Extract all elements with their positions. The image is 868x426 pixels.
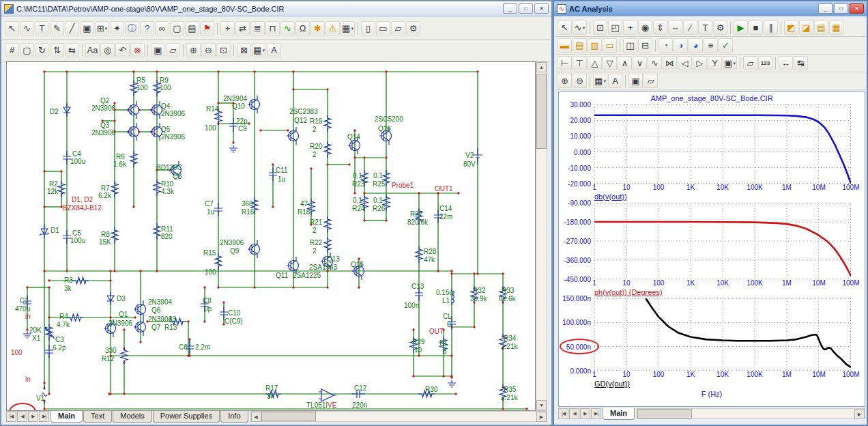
stop-button[interactable]: ⊗ bbox=[130, 43, 145, 57]
zoom-window-button[interactable]: ⊡ bbox=[593, 20, 607, 35]
grid-menu-button[interactable]: ▦▾ bbox=[593, 74, 607, 88]
tab-text[interactable]: Text bbox=[83, 411, 112, 423]
pan-button[interactable]: ◰ bbox=[608, 20, 622, 35]
dropdown-arrow-icon[interactable]: ▾ bbox=[351, 26, 353, 31]
tag-horizontal-button[interactable]: ⊢ bbox=[558, 56, 572, 70]
scroll-left-button[interactable]: ◀ bbox=[251, 412, 261, 422]
tab-scroll-button-2[interactable]: ▶ bbox=[580, 408, 590, 419]
minimize-button[interactable]: _ bbox=[503, 3, 517, 14]
snapshot-button[interactable]: ⊠ bbox=[237, 43, 251, 57]
plot-canvas-gain[interactable] bbox=[594, 104, 851, 184]
zoom-area-button[interactable]: ⊡ bbox=[216, 43, 231, 57]
zoom-in-button[interactable]: ⊕ bbox=[558, 74, 572, 88]
close-button[interactable]: ✕ bbox=[534, 3, 549, 14]
select-tool[interactable]: ↖ bbox=[558, 20, 572, 35]
cursor-quarter-button[interactable]: ◔ bbox=[659, 38, 673, 53]
slope-mode-button[interactable]: ∕ bbox=[683, 20, 697, 35]
tab-scroll-button-1[interactable]: ◀ bbox=[569, 408, 579, 419]
rotate-tool[interactable]: ↻ bbox=[35, 43, 49, 57]
zoom-out-button[interactable]: ⊖ bbox=[573, 74, 587, 88]
info-tool[interactable]: ⓘ bbox=[125, 21, 139, 36]
gnd-symbol[interactable] bbox=[448, 380, 456, 387]
gnd-symbol[interactable] bbox=[229, 145, 237, 152]
expand-scale-button[interactable]: ↔ bbox=[779, 56, 793, 70]
notes-page-button[interactable]: ▱ bbox=[391, 21, 405, 36]
scroll-right-button[interactable]: ▶ bbox=[854, 409, 865, 419]
clipboard-tool[interactable]: ▣ bbox=[80, 21, 94, 36]
scroll-thumb[interactable] bbox=[536, 74, 547, 149]
tab-scroll-button-0[interactable]: |◀ bbox=[6, 411, 16, 422]
pnp-symbol[interactable] bbox=[150, 123, 162, 141]
cursor-threequarter-button[interactable]: ◕ bbox=[689, 38, 703, 53]
pages-button[interactable]: ▱ bbox=[743, 56, 757, 70]
inflection-button[interactable]: ∿ bbox=[648, 56, 662, 70]
minimize-button[interactable]: _ bbox=[818, 3, 833, 14]
sine-source-mode[interactable]: ∿ bbox=[280, 21, 295, 36]
go-left-button[interactable]: ◁ bbox=[678, 56, 692, 70]
cursor-half-button[interactable]: ◑ bbox=[674, 38, 688, 53]
sheet-tool[interactable]: ▤ bbox=[185, 21, 199, 36]
draw-tool[interactable]: ✎ bbox=[50, 21, 64, 36]
scroll-thumb[interactable] bbox=[261, 412, 316, 421]
pnp-symbol[interactable] bbox=[127, 101, 139, 119]
pnp-symbol[interactable] bbox=[127, 123, 139, 141]
waveform-label-phase[interactable]: ph(v(out)) (Degrees) bbox=[594, 288, 865, 298]
tile-horizontal-button[interactable]: ◫ bbox=[623, 38, 637, 53]
dropdown-arrow-icon[interactable]: ▾ bbox=[603, 79, 606, 84]
flag-tool[interactable]: ⚑ bbox=[200, 21, 214, 36]
vertical-mode-button[interactable]: ⇕ bbox=[653, 20, 667, 35]
find-tool[interactable]: Aa bbox=[85, 43, 100, 57]
close-button[interactable]: ✕ bbox=[850, 3, 864, 14]
properties-button[interactable]: ⚙ bbox=[713, 20, 727, 35]
tile-vertical-button[interactable]: ⊟ bbox=[638, 38, 652, 53]
dropdown-arrow-icon[interactable]: ▾ bbox=[583, 25, 585, 31]
tab-scroll-button-2[interactable]: ▶ bbox=[28, 411, 38, 422]
blank-page-button[interactable]: ▭ bbox=[376, 21, 390, 36]
horizontal-scrollbar[interactable]: ▶ bbox=[637, 408, 865, 419]
restore-scale-button[interactable]: ↹ bbox=[794, 56, 808, 70]
copy-button[interactable]: ▣ bbox=[151, 43, 165, 57]
plot-canvas-group-delay[interactable] bbox=[594, 298, 851, 371]
npn-symbol[interactable] bbox=[134, 318, 146, 336]
pot-symbol[interactable] bbox=[45, 324, 55, 341]
tab-models[interactable]: Models bbox=[113, 411, 151, 423]
scroll-down-button[interactable]: ▼ bbox=[536, 400, 547, 410]
scroll-right-button[interactable]: ▶ bbox=[536, 412, 547, 422]
numeric-output-button[interactable]: ▤ bbox=[814, 20, 828, 35]
pnp-symbol[interactable] bbox=[150, 101, 162, 119]
tab-scroll-button-3[interactable]: ▶| bbox=[39, 411, 49, 422]
color-tool[interactable]: ✦ bbox=[110, 21, 124, 36]
pnp-symbol[interactable] bbox=[248, 240, 260, 258]
go-right-button[interactable]: ▷ bbox=[693, 56, 707, 70]
analysis-titlebar[interactable]: ∿ AC Analysis _□✕ bbox=[554, 1, 867, 16]
copy-window-button[interactable]: ▱ bbox=[643, 74, 658, 88]
region-box-tool[interactable]: ▢ bbox=[170, 21, 184, 36]
dropdown-arrow-icon[interactable]: ▾ bbox=[733, 61, 736, 66]
settings-button[interactable]: ⚙ bbox=[406, 21, 420, 36]
vertical-scrollbar[interactable]: ▲ ▼ bbox=[536, 61, 547, 411]
waveform-label-gain[interactable]: db(v(out)) bbox=[594, 193, 865, 203]
scope-left-button[interactable]: ◩ bbox=[784, 20, 798, 35]
star-mode[interactable]: ✱ bbox=[310, 21, 325, 36]
warning-mode[interactable]: ⚠ bbox=[326, 21, 340, 36]
maximize-button[interactable]: □ bbox=[519, 3, 533, 14]
schematic-canvas[interactable]: D2Q22N3906Q32N3906R5100R9100Q42N3906Q52N… bbox=[6, 61, 536, 411]
run-button[interactable]: ▶ bbox=[734, 20, 748, 35]
valley-button[interactable]: ▽ bbox=[603, 56, 617, 70]
pause-button[interactable]: ∥ bbox=[764, 20, 778, 35]
plot-layout-columns[interactable]: ▥ bbox=[588, 38, 602, 53]
scroll-thumb[interactable] bbox=[637, 409, 692, 418]
new-page-button[interactable]: ▯ bbox=[361, 21, 375, 36]
select-tool[interactable]: ↖ bbox=[5, 21, 19, 36]
text-tool[interactable]: T bbox=[35, 21, 49, 36]
window-split-tool[interactable]: ⊞▾ bbox=[95, 21, 109, 36]
tab-power-supplies[interactable]: Power Supplies bbox=[153, 411, 220, 423]
wire-tool[interactable]: ∿ bbox=[20, 21, 34, 36]
tab-scroll-button-1[interactable]: ◀ bbox=[17, 411, 27, 422]
schematic-titlebar[interactable]: C:\MC11\DATA\Petrov\AMP-one-stage\80V\AM… bbox=[1, 1, 551, 16]
tab-info[interactable]: Info bbox=[220, 411, 248, 423]
cursor-mode-button[interactable]: + bbox=[623, 20, 637, 35]
help-tool[interactable]: ? bbox=[140, 21, 154, 36]
watch-button[interactable]: ▦ bbox=[829, 20, 843, 35]
waveform-select[interactable]: ∿▾ bbox=[573, 20, 587, 35]
